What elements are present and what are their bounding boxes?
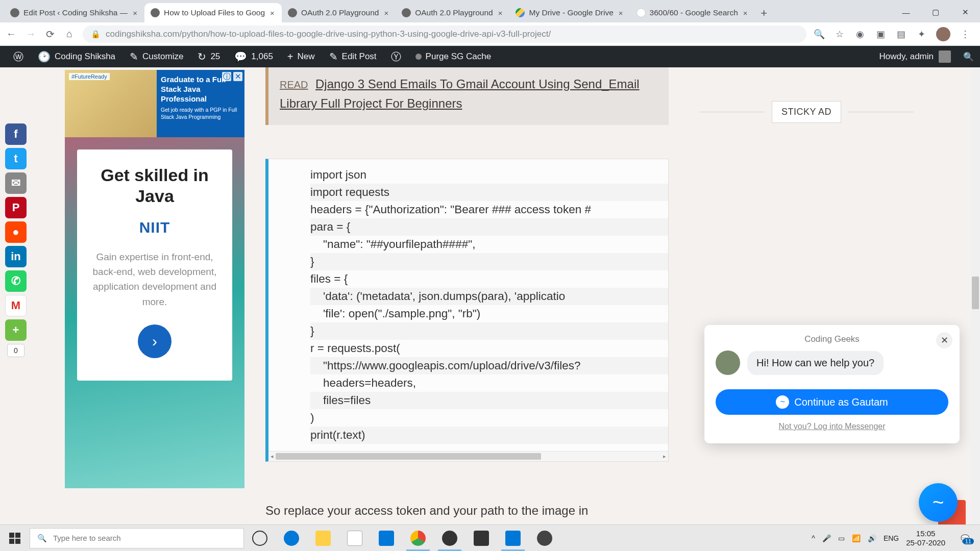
task-explorer[interactable] — [307, 525, 339, 551]
read-link[interactable]: Django 3 Send Emails To Gmail Account Us… — [280, 77, 640, 110]
ad-info-icon[interactable]: ⓘ — [222, 72, 231, 81]
bookmark-icon[interactable]: ☆ — [834, 29, 845, 40]
minimize-button[interactable]: — — [891, 2, 921, 22]
window-controls: — ▢ ✕ — [891, 2, 980, 22]
reload-button[interactable]: ⟳ — [44, 28, 56, 40]
messenger-avatar — [716, 350, 740, 375]
tray-lang[interactable]: ENG — [884, 534, 899, 542]
wp-howdy[interactable]: Howdy, admin — [879, 52, 934, 62]
taskbar-search[interactable]: 🔍Type here to search — [30, 528, 244, 548]
tab-edit-post[interactable]: Edit Post ‹ Coding Shiksha —× — [4, 3, 144, 22]
wp-customize[interactable]: ✎Customize — [122, 46, 190, 67]
task-chrome[interactable] — [402, 525, 434, 551]
forward-button[interactable]: → — [24, 28, 37, 40]
wp-yoast[interactable]: Ⓨ — [384, 46, 408, 67]
page-v-scrollbar[interactable] — [971, 67, 980, 524]
wp-revisions[interactable]: ↻25 — [190, 46, 227, 67]
task-obs[interactable] — [434, 525, 465, 551]
maximize-button[interactable]: ▢ — [921, 2, 950, 22]
url-path: /python/how-to-upload-files-to-google-dr… — [180, 29, 551, 39]
messenger-title: Coding Geeks — [716, 334, 948, 344]
extensions-icon[interactable]: ✦ — [916, 29, 927, 40]
wp-logo[interactable]: ⓦ — [6, 46, 31, 67]
wp-new[interactable]: +New — [280, 46, 322, 67]
task-terminal[interactable] — [465, 525, 497, 551]
tray-chevron-up-icon[interactable]: ^ — [812, 534, 815, 542]
zoom-icon[interactable]: 🔍 — [814, 29, 825, 40]
tab-drive[interactable]: My Drive - Google Drive× — [509, 3, 630, 22]
address-bar[interactable]: 🔒 codingshiksha.com/python/how-to-upload… — [83, 26, 806, 43]
tab-close-icon[interactable]: × — [618, 8, 624, 18]
profile-avatar[interactable] — [936, 27, 950, 41]
share-reddit[interactable]: ● — [5, 221, 27, 243]
system-tray: ^ 🎤 ▭ 📶 🔊 ENG 15:0525-07-2020 💬11 — [812, 529, 980, 547]
share-facebook[interactable]: f — [5, 123, 27, 145]
share-twitter[interactable]: t — [5, 148, 27, 169]
wp-avatar[interactable] — [939, 51, 951, 63]
tab-oauth-1[interactable]: OAuth 2.0 Playground× — [282, 3, 396, 22]
tray-wifi-icon[interactable]: 📶 — [852, 534, 861, 542]
v-scroll-thumb[interactable] — [972, 277, 979, 309]
share-whatsapp[interactable]: ✆ — [5, 270, 27, 292]
ad-banner-sub: Get job ready with a PGP in Full Stack J… — [161, 107, 240, 120]
scroll-left-arrow[interactable]: ◂ — [268, 452, 276, 461]
ad-cta-button[interactable]: › — [138, 324, 172, 358]
task-edge[interactable] — [276, 525, 307, 551]
tray-clock[interactable]: 15:0525-07-2020 — [906, 529, 945, 547]
scroll-thumb[interactable] — [276, 453, 541, 460]
ad-card[interactable]: Get skilled in Java NIIT Gain expertise … — [77, 149, 232, 381]
tab-close-icon[interactable]: × — [497, 8, 504, 18]
search-icon: 🔍 — [37, 534, 47, 543]
task-cortana[interactable] — [244, 525, 276, 551]
new-tab-button[interactable]: + — [755, 4, 773, 22]
wp-purge-cache[interactable]: Purge SG Cache — [408, 46, 499, 67]
task-store[interactable] — [339, 525, 371, 551]
tab-close-icon[interactable]: × — [383, 8, 389, 18]
code-h-scrollbar[interactable]: ◂ ▸ — [268, 451, 668, 461]
task-mail[interactable] — [371, 525, 402, 551]
start-button[interactable] — [0, 525, 30, 551]
share-gmail[interactable]: M — [5, 295, 27, 316]
tab-close-icon[interactable]: × — [269, 8, 276, 18]
wp-comments[interactable]: 💬1,065 — [227, 46, 280, 67]
home-button[interactable]: ⌂ — [63, 28, 76, 40]
windows-taskbar: 🔍Type here to search ^ 🎤 ▭ 📶 🔊 ENG 15:05… — [0, 524, 980, 551]
task-vscode[interactable] — [497, 525, 529, 551]
share-more[interactable]: + — [5, 319, 27, 341]
share-linkedin[interactable]: in — [5, 246, 27, 267]
camera-icon[interactable]: ▣ — [875, 29, 886, 40]
tray-notifications[interactable]: 💬11 — [952, 534, 977, 542]
messenger-greeting: Hi! How can we help you? — [747, 351, 884, 375]
ad-card-body: Gain expertise in front-end, back-end, w… — [89, 249, 220, 310]
code-lines[interactable]: import jsonimport requestsheaders = {"Au… — [268, 159, 668, 451]
back-button[interactable]: ← — [5, 28, 17, 40]
tray-battery-icon[interactable]: ▭ — [838, 534, 845, 542]
scroll-right-arrow[interactable]: ▸ — [661, 452, 668, 461]
translate-icon[interactable]: ▤ — [895, 29, 906, 40]
wp-search-icon[interactable]: 🔍 — [956, 52, 974, 62]
task-app[interactable] — [529, 525, 560, 551]
messenger-continue-button[interactable]: ~Continue as Gautam — [716, 389, 948, 415]
messenger-alt-login[interactable]: Not you? Log into Messenger — [716, 422, 948, 431]
tab-active[interactable]: How to Upload Files to Goog× — [144, 3, 282, 22]
messenger-widget: Coding Geeks ✕ Hi! How can we help you? … — [704, 325, 960, 443]
tab-close-icon[interactable]: × — [742, 8, 749, 18]
close-window-button[interactable]: ✕ — [950, 2, 980, 22]
messenger-fab[interactable]: ~ — [919, 483, 958, 522]
tray-volume-icon[interactable]: 🔊 — [868, 534, 876, 542]
tab-oauth-2[interactable]: OAuth 2.0 Playground× — [396, 3, 509, 22]
eye-icon[interactable]: ◉ — [854, 29, 866, 40]
wp-site-name[interactable]: 🕑Coding Shiksha — [31, 46, 122, 67]
tab-google-search[interactable]: 3600/60 - Google Search× — [630, 3, 755, 22]
share-pinterest[interactable]: P — [5, 197, 27, 218]
tab-close-icon[interactable]: × — [132, 8, 138, 18]
share-email[interactable]: ✉ — [5, 172, 27, 194]
sticky-ad-label: STICKY AD — [772, 101, 841, 123]
ad-close-icon[interactable]: ✕ — [233, 72, 242, 81]
ad-card-title: Get skilled in Java — [89, 165, 220, 207]
messenger-close-button[interactable]: ✕ — [936, 332, 952, 348]
tray-mic-icon[interactable]: 🎤 — [822, 534, 831, 542]
wp-edit-post[interactable]: ✎Edit Post — [322, 46, 384, 67]
share-count: 0 — [7, 344, 24, 357]
chrome-menu-icon[interactable]: ⋮ — [960, 29, 971, 40]
